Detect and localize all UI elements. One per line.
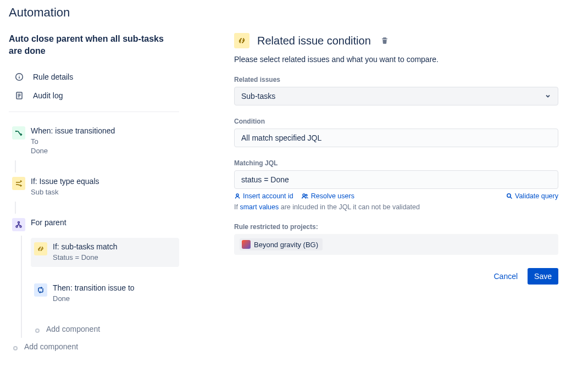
svg-point-13 — [306, 194, 307, 196]
panel-title: Related issue condition — [257, 35, 371, 47]
user-icon — [234, 193, 241, 199]
step-condition-issuetype[interactable]: If: Issue type equals Sub task — [9, 172, 179, 202]
panel-description: Please select related issues and what yo… — [234, 55, 558, 64]
jql-input[interactable] — [234, 170, 558, 189]
page-title: Automation — [9, 5, 579, 20]
condition-value: All match specified JQL — [241, 133, 321, 142]
trigger-icon — [12, 126, 25, 140]
rule-details-link[interactable]: Rule details — [9, 68, 179, 86]
step-trigger-sub1: To — [31, 137, 176, 147]
condition-select[interactable]: All match specified JQL — [234, 129, 558, 147]
related-issues-label: Related issues — [234, 76, 558, 83]
step-cond2-sub: Status = Done — [53, 253, 176, 263]
add-component-inner[interactable]: Add component — [31, 320, 179, 338]
add-component-outer-label: Add component — [24, 342, 78, 351]
project-chip-label: Beyond gravity (BG) — [254, 241, 318, 249]
search-icon — [506, 193, 513, 199]
svg-point-12 — [303, 194, 305, 196]
add-dot-icon — [35, 328, 40, 333]
step-trigger-title: When: issue transitioned — [31, 126, 176, 135]
svg-point-10 — [20, 226, 21, 227]
users-icon — [301, 193, 309, 199]
step-branch-title: For parent — [31, 218, 176, 227]
svg-point-7 — [15, 131, 16, 132]
smart-values-link[interactable]: smart values — [240, 203, 279, 211]
svg-line-15 — [511, 197, 512, 199]
svg-point-14 — [507, 194, 511, 197]
jql-label: Matching JQL — [234, 159, 558, 167]
audit-log-label: Audit log — [33, 91, 63, 100]
step-trigger[interactable]: When: issue transitioned To Done — [9, 122, 179, 160]
restricted-projects-field: Beyond gravity (BG) — [234, 234, 558, 255]
step-cond2-title: If: sub-tasks match — [53, 242, 176, 251]
step-action-transition[interactable]: Then: transition issue to Done — [31, 279, 179, 308]
chevron-down-icon — [545, 93, 551, 99]
link-icon — [34, 242, 47, 255]
info-icon — [13, 71, 25, 83]
svg-point-9 — [16, 226, 18, 227]
action-icon — [34, 283, 47, 297]
delete-component-button[interactable] — [379, 35, 391, 47]
rule-sidebar: Auto close parent when all sub-tasks are… — [9, 33, 179, 355]
condition-label: Condition — [234, 118, 558, 125]
related-issues-select[interactable]: Sub-tasks — [234, 87, 558, 105]
save-button[interactable]: Save — [528, 268, 558, 285]
svg-point-2 — [19, 75, 19, 76]
step-cond1-sub: Sub task — [31, 188, 176, 197]
step-branch-parent[interactable]: For parent — [9, 214, 179, 236]
restricted-projects-label: Rule restricted to projects: — [234, 223, 558, 231]
condition-icon — [12, 177, 25, 190]
step-action-sub: Done — [53, 294, 176, 304]
sidebar-divider — [9, 112, 179, 112]
step-condition-subtasks-match[interactable]: If: sub-tasks match Status = Done — [31, 238, 179, 267]
rule-details-label: Rule details — [33, 73, 73, 81]
svg-point-11 — [236, 194, 238, 196]
panel-link-icon — [234, 33, 249, 48]
step-action-title: Then: transition issue to — [53, 283, 176, 292]
smart-values-note: If smart values are inlcuded in the JQL … — [234, 203, 558, 211]
project-avatar-icon — [242, 240, 251, 249]
insert-account-id-link[interactable]: Insert account id — [234, 192, 293, 200]
log-icon — [13, 90, 25, 102]
step-cond1-title: If: Issue type equals — [31, 177, 176, 186]
rule-name: Auto close parent when all sub-tasks are… — [9, 33, 179, 57]
step-trigger-sub2: Done — [31, 147, 176, 156]
related-issues-value: Sub-tasks — [241, 92, 275, 101]
config-panel: Related issue condition Please select re… — [234, 33, 558, 285]
audit-log-link[interactable]: Audit log — [9, 86, 179, 105]
add-component-outer[interactable]: Add component — [9, 338, 179, 355]
add-component-inner-label: Add component — [46, 325, 100, 333]
project-chip: Beyond gravity (BG) — [240, 238, 323, 250]
resolve-users-link[interactable]: Resolve users — [301, 192, 354, 200]
svg-point-8 — [18, 221, 20, 223]
validate-query-link[interactable]: Validate query — [506, 192, 558, 200]
cancel-button[interactable]: Cancel — [487, 268, 524, 285]
add-dot-icon — [13, 346, 18, 350]
branch-icon — [12, 218, 25, 231]
